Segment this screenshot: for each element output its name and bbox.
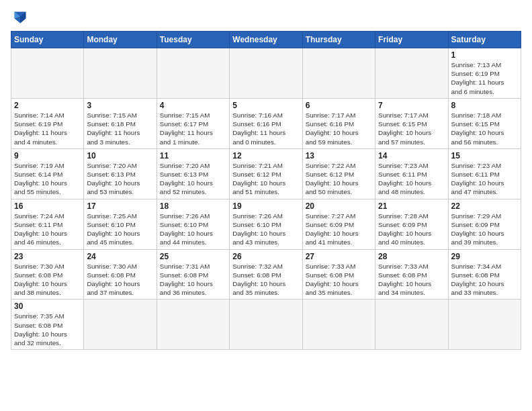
week-row-3: 9Sunrise: 7:19 AM Sunset: 6:14 PM Daylig… bbox=[11, 148, 521, 199]
day-cell: 21Sunrise: 7:28 AM Sunset: 6:09 PM Dayli… bbox=[375, 199, 448, 249]
day-info: Sunrise: 7:26 AM Sunset: 6:10 PM Dayligh… bbox=[232, 212, 299, 247]
week-row-1: 1Sunrise: 7:13 AM Sunset: 6:19 PM Daylig… bbox=[11, 48, 521, 99]
day-cell: 24Sunrise: 7:30 AM Sunset: 6:08 PM Dayli… bbox=[84, 249, 157, 300]
day-cell: 30Sunrise: 7:35 AM Sunset: 6:08 PM Dayli… bbox=[11, 300, 84, 350]
day-cell bbox=[84, 300, 157, 350]
day-cell: 7Sunrise: 7:17 AM Sunset: 6:15 PM Daylig… bbox=[375, 98, 448, 148]
day-cell bbox=[11, 48, 84, 99]
day-cell: 26Sunrise: 7:32 AM Sunset: 6:08 PM Dayli… bbox=[230, 249, 302, 300]
day-cell: 15Sunrise: 7:23 AM Sunset: 6:11 PM Dayli… bbox=[448, 148, 521, 199]
day-cell: 27Sunrise: 7:33 AM Sunset: 6:08 PM Dayli… bbox=[302, 249, 375, 300]
day-info: Sunrise: 7:27 AM Sunset: 6:09 PM Dayligh… bbox=[306, 212, 372, 247]
day-info: Sunrise: 7:33 AM Sunset: 6:08 PM Dayligh… bbox=[378, 262, 445, 298]
weekday-header-thursday: Thursday bbox=[302, 32, 375, 48]
logo bbox=[11, 8, 32, 27]
day-number: 29 bbox=[451, 252, 518, 261]
day-cell: 4Sunrise: 7:15 AM Sunset: 6:17 PM Daylig… bbox=[157, 98, 229, 148]
day-number: 24 bbox=[87, 252, 153, 261]
day-number: 2 bbox=[14, 101, 81, 110]
day-info: Sunrise: 7:33 AM Sunset: 6:08 PM Dayligh… bbox=[306, 262, 372, 298]
day-number: 16 bbox=[14, 201, 81, 211]
day-cell: 28Sunrise: 7:33 AM Sunset: 6:08 PM Dayli… bbox=[375, 249, 448, 300]
week-row-2: 2Sunrise: 7:14 AM Sunset: 6:19 PM Daylig… bbox=[11, 98, 521, 148]
day-cell: 8Sunrise: 7:18 AM Sunset: 6:15 PM Daylig… bbox=[448, 98, 521, 148]
day-info: Sunrise: 7:15 AM Sunset: 6:18 PM Dayligh… bbox=[87, 111, 153, 146]
day-number: 27 bbox=[306, 252, 372, 261]
day-info: Sunrise: 7:16 AM Sunset: 6:16 PM Dayligh… bbox=[232, 111, 299, 146]
day-number: 7 bbox=[378, 101, 445, 110]
day-info: Sunrise: 7:35 AM Sunset: 6:08 PM Dayligh… bbox=[14, 312, 81, 347]
day-cell: 16Sunrise: 7:24 AM Sunset: 6:11 PM Dayli… bbox=[11, 199, 84, 249]
day-cell: 20Sunrise: 7:27 AM Sunset: 6:09 PM Dayli… bbox=[302, 199, 375, 249]
day-cell: 3Sunrise: 7:15 AM Sunset: 6:18 PM Daylig… bbox=[84, 98, 157, 148]
day-info: Sunrise: 7:20 AM Sunset: 6:13 PM Dayligh… bbox=[160, 161, 226, 197]
day-info: Sunrise: 7:34 AM Sunset: 6:08 PM Dayligh… bbox=[451, 262, 518, 298]
day-info: Sunrise: 7:29 AM Sunset: 6:09 PM Dayligh… bbox=[451, 212, 518, 247]
day-number: 22 bbox=[451, 201, 518, 211]
day-number: 10 bbox=[87, 151, 153, 161]
day-cell bbox=[375, 300, 448, 350]
day-cell: 10Sunrise: 7:20 AM Sunset: 6:13 PM Dayli… bbox=[84, 148, 157, 199]
day-info: Sunrise: 7:14 AM Sunset: 6:19 PM Dayligh… bbox=[14, 111, 81, 146]
week-row-5: 23Sunrise: 7:30 AM Sunset: 6:08 PM Dayli… bbox=[11, 249, 521, 300]
day-cell: 2Sunrise: 7:14 AM Sunset: 6:19 PM Daylig… bbox=[11, 98, 84, 148]
day-cell bbox=[157, 300, 229, 350]
day-cell: 23Sunrise: 7:30 AM Sunset: 6:08 PM Dayli… bbox=[11, 249, 84, 300]
week-row-4: 16Sunrise: 7:24 AM Sunset: 6:11 PM Dayli… bbox=[11, 199, 521, 249]
day-info: Sunrise: 7:31 AM Sunset: 6:08 PM Dayligh… bbox=[160, 262, 226, 298]
day-info: Sunrise: 7:32 AM Sunset: 6:08 PM Dayligh… bbox=[232, 262, 299, 298]
day-number: 17 bbox=[87, 201, 153, 211]
day-info: Sunrise: 7:23 AM Sunset: 6:11 PM Dayligh… bbox=[451, 161, 518, 197]
page: SundayMondayTuesdayWednesdayThursdayFrid… bbox=[0, 0, 532, 358]
day-number: 20 bbox=[306, 201, 372, 211]
week-row-6: 30Sunrise: 7:35 AM Sunset: 6:08 PM Dayli… bbox=[11, 300, 521, 350]
day-info: Sunrise: 7:13 AM Sunset: 6:19 PM Dayligh… bbox=[451, 60, 518, 96]
day-cell: 14Sunrise: 7:23 AM Sunset: 6:11 PM Dayli… bbox=[375, 148, 448, 199]
header bbox=[11, 8, 521, 27]
day-info: Sunrise: 7:15 AM Sunset: 6:17 PM Dayligh… bbox=[160, 111, 226, 146]
logo-icon bbox=[11, 8, 30, 27]
calendar: SundayMondayTuesdayWednesdayThursdayFrid… bbox=[11, 31, 521, 350]
day-cell: 19Sunrise: 7:26 AM Sunset: 6:10 PM Dayli… bbox=[230, 199, 302, 249]
day-info: Sunrise: 7:21 AM Sunset: 6:12 PM Dayligh… bbox=[232, 161, 299, 197]
day-info: Sunrise: 7:17 AM Sunset: 6:15 PM Dayligh… bbox=[378, 111, 445, 146]
day-cell: 9Sunrise: 7:19 AM Sunset: 6:14 PM Daylig… bbox=[11, 148, 84, 199]
weekday-header-monday: Monday bbox=[84, 32, 157, 48]
day-number: 21 bbox=[378, 201, 445, 211]
day-number: 3 bbox=[87, 101, 153, 110]
day-cell bbox=[302, 48, 375, 99]
day-number: 15 bbox=[451, 151, 518, 161]
day-info: Sunrise: 7:30 AM Sunset: 6:08 PM Dayligh… bbox=[87, 262, 153, 298]
day-info: Sunrise: 7:18 AM Sunset: 6:15 PM Dayligh… bbox=[451, 111, 518, 146]
day-number: 14 bbox=[378, 151, 445, 161]
weekday-header-sunday: Sunday bbox=[11, 32, 84, 48]
day-cell: 1Sunrise: 7:13 AM Sunset: 6:19 PM Daylig… bbox=[448, 48, 521, 99]
day-cell bbox=[302, 300, 375, 350]
day-number: 12 bbox=[232, 151, 299, 161]
day-number: 30 bbox=[14, 302, 81, 311]
day-cell bbox=[230, 300, 302, 350]
weekday-header-friday: Friday bbox=[375, 32, 448, 48]
day-number: 6 bbox=[306, 101, 372, 110]
day-number: 23 bbox=[14, 252, 81, 261]
weekday-header-tuesday: Tuesday bbox=[157, 32, 229, 48]
day-cell: 12Sunrise: 7:21 AM Sunset: 6:12 PM Dayli… bbox=[230, 148, 302, 199]
day-number: 19 bbox=[232, 201, 299, 211]
day-info: Sunrise: 7:28 AM Sunset: 6:09 PM Dayligh… bbox=[378, 212, 445, 247]
day-info: Sunrise: 7:30 AM Sunset: 6:08 PM Dayligh… bbox=[14, 262, 81, 298]
day-cell bbox=[375, 48, 448, 99]
day-number: 8 bbox=[451, 101, 518, 110]
day-number: 28 bbox=[378, 252, 445, 261]
day-number: 18 bbox=[160, 201, 226, 211]
day-cell bbox=[157, 48, 229, 99]
day-number: 1 bbox=[451, 50, 518, 60]
day-cell: 29Sunrise: 7:34 AM Sunset: 6:08 PM Dayli… bbox=[448, 249, 521, 300]
day-info: Sunrise: 7:23 AM Sunset: 6:11 PM Dayligh… bbox=[378, 161, 445, 197]
day-cell bbox=[84, 48, 157, 99]
day-number: 25 bbox=[160, 252, 226, 261]
day-cell: 5Sunrise: 7:16 AM Sunset: 6:16 PM Daylig… bbox=[230, 98, 302, 148]
day-cell: 6Sunrise: 7:17 AM Sunset: 6:16 PM Daylig… bbox=[302, 98, 375, 148]
day-number: 9 bbox=[14, 151, 81, 161]
day-cell bbox=[448, 300, 521, 350]
day-cell: 11Sunrise: 7:20 AM Sunset: 6:13 PM Dayli… bbox=[157, 148, 229, 199]
